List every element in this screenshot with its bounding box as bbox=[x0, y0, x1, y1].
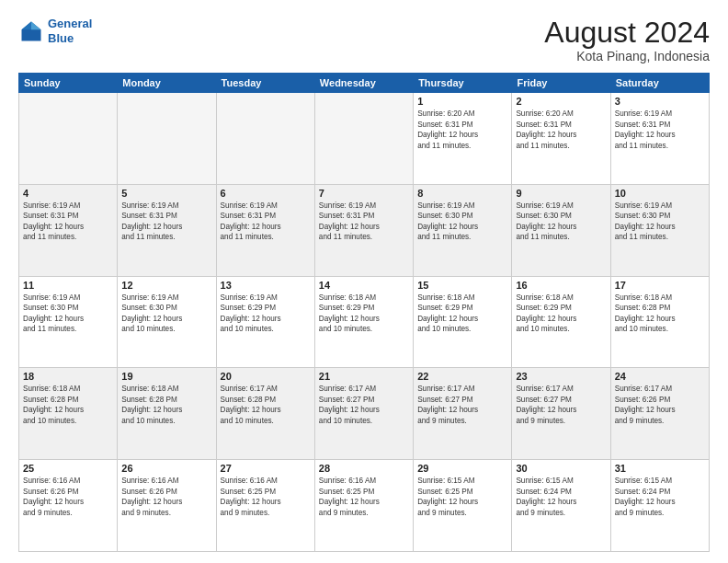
daylight-minutes: and 11 minutes. bbox=[417, 232, 507, 242]
sunrise-text: Sunrise: 6:19 AM bbox=[417, 201, 507, 211]
calendar-cell: 21Sunrise: 6:17 AMSunset: 6:27 PMDayligh… bbox=[314, 368, 413, 460]
sunrise-text: Sunrise: 6:19 AM bbox=[23, 201, 113, 211]
calendar-cell: 24Sunrise: 6:17 AMSunset: 6:26 PMDayligh… bbox=[610, 368, 709, 460]
day-info: Sunrise: 6:15 AMSunset: 6:25 PMDaylight:… bbox=[417, 476, 507, 518]
daylight-hours: Daylight: 12 hours bbox=[516, 314, 606, 324]
daylight-hours: Daylight: 12 hours bbox=[221, 497, 311, 507]
day-info: Sunrise: 6:16 AMSunset: 6:26 PMDaylight:… bbox=[23, 476, 113, 518]
day-info: Sunrise: 6:19 AMSunset: 6:30 PMDaylight:… bbox=[23, 293, 113, 335]
calendar-cell: 8Sunrise: 6:19 AMSunset: 6:30 PMDaylight… bbox=[414, 184, 512, 276]
daylight-minutes: and 9 minutes. bbox=[516, 508, 606, 518]
daylight-minutes: and 11 minutes. bbox=[23, 232, 113, 242]
sunset-text: Sunset: 6:30 PM bbox=[615, 211, 705, 221]
sunrise-text: Sunrise: 6:18 AM bbox=[23, 384, 113, 394]
day-info: Sunrise: 6:19 AMSunset: 6:30 PMDaylight:… bbox=[121, 293, 211, 335]
daylight-hours: Daylight: 12 hours bbox=[319, 314, 409, 324]
calendar-cell bbox=[19, 93, 118, 185]
sunset-text: Sunset: 6:25 PM bbox=[221, 487, 311, 497]
sunrise-text: Sunrise: 6:18 AM bbox=[615, 293, 705, 303]
sunrise-text: Sunrise: 6:19 AM bbox=[516, 201, 606, 211]
sunset-text: Sunset: 6:24 PM bbox=[516, 487, 606, 497]
calendar-cell: 11Sunrise: 6:19 AMSunset: 6:30 PMDayligh… bbox=[19, 276, 118, 368]
daylight-minutes: and 10 minutes. bbox=[221, 324, 311, 334]
sunset-text: Sunset: 6:27 PM bbox=[319, 395, 409, 405]
calendar-cell: 29Sunrise: 6:15 AMSunset: 6:25 PMDayligh… bbox=[414, 460, 512, 552]
daylight-minutes: and 10 minutes. bbox=[121, 416, 211, 426]
logo: General Blue bbox=[18, 17, 92, 45]
calendar-cell bbox=[216, 93, 314, 185]
calendar-header-row: SundayMondayTuesdayWednesdayThursdayFrid… bbox=[19, 74, 710, 93]
sunrise-text: Sunrise: 6:19 AM bbox=[121, 201, 211, 211]
sunset-text: Sunset: 6:27 PM bbox=[417, 395, 507, 405]
daylight-minutes: and 10 minutes. bbox=[221, 416, 311, 426]
calendar-cell: 2Sunrise: 6:20 AMSunset: 6:31 PMDaylight… bbox=[512, 93, 610, 185]
sunset-text: Sunset: 6:24 PM bbox=[615, 487, 705, 497]
calendar-cell: 18Sunrise: 6:18 AMSunset: 6:28 PMDayligh… bbox=[19, 368, 118, 460]
daylight-hours: Daylight: 12 hours bbox=[615, 130, 705, 140]
calendar-header-friday: Friday bbox=[512, 74, 610, 93]
sunset-text: Sunset: 6:26 PM bbox=[121, 487, 211, 497]
sunset-text: Sunset: 6:31 PM bbox=[221, 211, 311, 221]
sunrise-text: Sunrise: 6:16 AM bbox=[221, 476, 311, 486]
sunrise-text: Sunrise: 6:17 AM bbox=[615, 384, 705, 394]
day-number: 16 bbox=[516, 280, 606, 291]
day-info: Sunrise: 6:17 AMSunset: 6:28 PMDaylight:… bbox=[221, 384, 311, 426]
daylight-hours: Daylight: 12 hours bbox=[23, 497, 113, 507]
sunset-text: Sunset: 6:31 PM bbox=[516, 120, 606, 130]
day-number: 26 bbox=[121, 463, 211, 474]
sunset-text: Sunset: 6:30 PM bbox=[121, 303, 211, 313]
calendar-header-wednesday: Wednesday bbox=[314, 74, 413, 93]
day-number: 4 bbox=[23, 188, 113, 199]
daylight-hours: Daylight: 12 hours bbox=[23, 314, 113, 324]
day-number: 18 bbox=[23, 371, 113, 382]
sunset-text: Sunset: 6:31 PM bbox=[23, 211, 113, 221]
sunrise-text: Sunrise: 6:19 AM bbox=[221, 293, 311, 303]
sunrise-text: Sunrise: 6:18 AM bbox=[417, 293, 507, 303]
sunset-text: Sunset: 6:26 PM bbox=[615, 395, 705, 405]
calendar-cell: 28Sunrise: 6:16 AMSunset: 6:25 PMDayligh… bbox=[314, 460, 413, 552]
sunrise-text: Sunrise: 6:19 AM bbox=[121, 293, 211, 303]
sunset-text: Sunset: 6:29 PM bbox=[319, 303, 409, 313]
calendar-table: SundayMondayTuesdayWednesdayThursdayFrid… bbox=[18, 73, 710, 552]
sunrise-text: Sunrise: 6:16 AM bbox=[121, 476, 211, 486]
sunrise-text: Sunrise: 6:20 AM bbox=[417, 109, 507, 119]
day-number: 3 bbox=[615, 96, 705, 107]
calendar-week-row: 11Sunrise: 6:19 AMSunset: 6:30 PMDayligh… bbox=[19, 276, 710, 368]
day-number: 30 bbox=[516, 463, 606, 474]
day-info: Sunrise: 6:18 AMSunset: 6:28 PMDaylight:… bbox=[23, 384, 113, 426]
day-number: 11 bbox=[23, 280, 113, 291]
daylight-hours: Daylight: 12 hours bbox=[23, 405, 113, 415]
daylight-minutes: and 10 minutes. bbox=[615, 324, 705, 334]
day-info: Sunrise: 6:19 AMSunset: 6:30 PMDaylight:… bbox=[516, 201, 606, 243]
calendar-week-row: 25Sunrise: 6:16 AMSunset: 6:26 PMDayligh… bbox=[19, 460, 710, 552]
day-info: Sunrise: 6:15 AMSunset: 6:24 PMDaylight:… bbox=[516, 476, 606, 518]
daylight-minutes: and 10 minutes. bbox=[23, 416, 113, 426]
daylight-hours: Daylight: 12 hours bbox=[516, 222, 606, 232]
sunrise-text: Sunrise: 6:17 AM bbox=[417, 384, 507, 394]
day-info: Sunrise: 6:19 AMSunset: 6:29 PMDaylight:… bbox=[221, 293, 311, 335]
sunset-text: Sunset: 6:28 PM bbox=[615, 303, 705, 313]
day-info: Sunrise: 6:20 AMSunset: 6:31 PMDaylight:… bbox=[417, 109, 507, 151]
calendar-cell: 20Sunrise: 6:17 AMSunset: 6:28 PMDayligh… bbox=[216, 368, 314, 460]
day-info: Sunrise: 6:18 AMSunset: 6:28 PMDaylight:… bbox=[615, 293, 705, 335]
daylight-minutes: and 9 minutes. bbox=[516, 416, 606, 426]
daylight-hours: Daylight: 12 hours bbox=[615, 405, 705, 415]
daylight-hours: Daylight: 12 hours bbox=[319, 405, 409, 415]
logo-text: General Blue bbox=[48, 17, 92, 45]
day-info: Sunrise: 6:17 AMSunset: 6:27 PMDaylight:… bbox=[417, 384, 507, 426]
sunset-text: Sunset: 6:29 PM bbox=[221, 303, 311, 313]
sunset-text: Sunset: 6:31 PM bbox=[615, 120, 705, 130]
daylight-hours: Daylight: 12 hours bbox=[221, 314, 311, 324]
calendar-week-row: 1Sunrise: 6:20 AMSunset: 6:31 PMDaylight… bbox=[19, 93, 710, 185]
sunset-text: Sunset: 6:30 PM bbox=[23, 303, 113, 313]
day-number: 7 bbox=[319, 188, 409, 199]
daylight-minutes: and 9 minutes. bbox=[23, 508, 113, 518]
sunrise-text: Sunrise: 6:17 AM bbox=[319, 384, 409, 394]
daylight-hours: Daylight: 12 hours bbox=[516, 405, 606, 415]
calendar-header-monday: Monday bbox=[118, 74, 216, 93]
daylight-minutes: and 11 minutes. bbox=[221, 232, 311, 242]
sunrise-text: Sunrise: 6:16 AM bbox=[23, 476, 113, 486]
day-info: Sunrise: 6:19 AMSunset: 6:31 PMDaylight:… bbox=[615, 109, 705, 151]
day-info: Sunrise: 6:19 AMSunset: 6:30 PMDaylight:… bbox=[417, 201, 507, 243]
sunset-text: Sunset: 6:26 PM bbox=[23, 487, 113, 497]
